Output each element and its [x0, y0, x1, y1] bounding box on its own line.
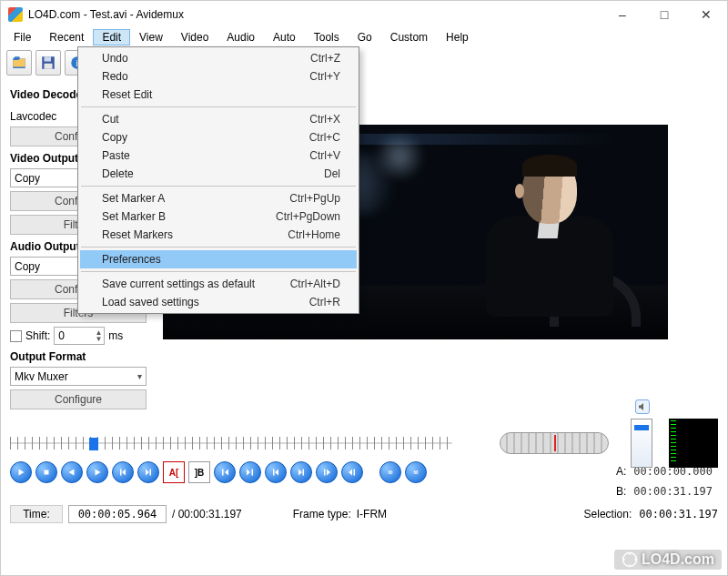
menu-view[interactable]: View	[130, 29, 172, 45]
audio-output-value: Copy	[15, 260, 40, 273]
volume-slider[interactable]	[631, 419, 652, 468]
prev-frame-button[interactable]	[61, 461, 83, 483]
close-button[interactable]: ✕	[685, 1, 727, 28]
menuitem-shortcut: Ctrl+Z	[310, 52, 340, 65]
output-format-configure-button[interactable]: Configure	[10, 389, 147, 409]
timeline-scrubber[interactable]	[10, 434, 452, 452]
menuitem-set-marker-b[interactable]: Set Marker BCtrl+PgDown	[80, 207, 357, 226]
menuitem-reset-edit[interactable]: Reset Edit	[80, 86, 357, 104]
menuitem-label: Set Marker B	[102, 210, 166, 223]
menuitem-paste[interactable]: PasteCtrl+V	[80, 147, 357, 165]
output-format-value: Mkv Muxer	[15, 370, 68, 383]
prev-keyframe-button[interactable]	[112, 461, 134, 483]
menu-help[interactable]: Help	[437, 29, 478, 45]
svg-rect-2	[45, 64, 53, 69]
menuitem-label: Delete	[102, 167, 134, 180]
menuitem-load-saved-settings[interactable]: Load saved settingsCtrl+R	[80, 293, 357, 311]
svg-rect-1	[45, 56, 52, 61]
titlebar: LO4D.com - Test.avi - Avidemux – □ ✕	[1, 1, 727, 28]
time-label: Time:	[10, 505, 63, 523]
stop-button[interactable]	[35, 461, 57, 483]
frametype-label: Frame type:	[293, 508, 351, 520]
menu-go[interactable]: Go	[349, 29, 381, 45]
menuitem-label: Set Marker A	[102, 192, 165, 205]
first-frame-button[interactable]	[316, 461, 338, 483]
menuitem-shortcut: Ctrl+Alt+D	[290, 278, 340, 290]
set-marker-b-button[interactable]: ]B	[188, 461, 210, 483]
menuitem-label: Cut	[102, 113, 119, 126]
menuitem-label: Copy	[102, 131, 127, 144]
menuitem-label: Paste	[102, 149, 130, 162]
fwd-minute-button[interactable]: 60	[405, 461, 427, 483]
menu-edit[interactable]: Edit	[93, 29, 130, 45]
prev-black-button[interactable]	[265, 461, 287, 483]
menubar: FileRecentEditViewVideoAudioAutoToolsGoC…	[1, 28, 727, 46]
menuitem-delete[interactable]: DeleteDel	[80, 165, 357, 183]
selection-value: 00:00:31.197	[639, 508, 718, 520]
shift-value: 0	[58, 329, 65, 342]
open-file-button[interactable]	[6, 50, 32, 76]
output-format-label: Output Format	[10, 350, 156, 363]
menu-custom[interactable]: Custom	[381, 29, 437, 45]
minimize-button[interactable]: –	[602, 1, 643, 28]
go-marker-b-button[interactable]	[239, 461, 261, 483]
maximize-button[interactable]: □	[643, 1, 685, 28]
shift-checkbox[interactable]	[10, 330, 22, 342]
timeline-playhead[interactable]	[89, 438, 98, 450]
menu-separator	[81, 186, 356, 187]
menuitem-label: Redo	[102, 70, 128, 83]
shift-unit: ms	[108, 329, 123, 342]
menuitem-shortcut: Ctrl+PgUp	[289, 192, 340, 205]
watermark: LO4D.com	[614, 550, 722, 570]
next-frame-button[interactable]	[86, 461, 108, 483]
go-marker-a-button[interactable]	[214, 461, 236, 483]
play-button[interactable]	[10, 461, 32, 483]
menuitem-shortcut: Ctrl+Home	[288, 228, 340, 241]
shift-spinbox[interactable]: 0 ▲▼	[54, 327, 105, 345]
menu-auto[interactable]: Auto	[264, 29, 305, 45]
svg-text:60: 60	[388, 470, 393, 475]
menuitem-shortcut: Ctrl+C	[309, 131, 340, 144]
last-frame-button[interactable]	[341, 461, 363, 483]
next-keyframe-button[interactable]	[137, 461, 159, 483]
menuitem-set-marker-a[interactable]: Set Marker ACtrl+PgUp	[80, 189, 357, 207]
menu-file[interactable]: File	[5, 29, 40, 45]
duration-label: / 00:00:31.197	[172, 508, 242, 520]
menuitem-shortcut: Ctrl+R	[309, 296, 340, 308]
menuitem-save-current-settings-as-default[interactable]: Save current settings as defaultCtrl+Alt…	[80, 275, 357, 293]
save-button[interactable]	[35, 50, 61, 76]
back-minute-button[interactable]: 60	[379, 461, 401, 483]
output-format-select[interactable]: Mkv Muxer	[10, 367, 147, 386]
menuitem-shortcut: Ctrl+PgDown	[276, 210, 340, 223]
menuitem-reset-markers[interactable]: Reset MarkersCtrl+Home	[80, 226, 357, 244]
menu-separator	[81, 247, 356, 248]
jog-wheel[interactable]	[500, 432, 609, 454]
menu-tools[interactable]: Tools	[305, 29, 349, 45]
next-black-button[interactable]	[290, 461, 312, 483]
menuitem-label: Undo	[102, 52, 128, 65]
speaker-icon[interactable]	[635, 399, 650, 414]
video-output-value: Copy	[15, 172, 40, 185]
menuitem-label: Save current settings as default	[102, 278, 255, 290]
menuitem-label: Preferences	[102, 253, 161, 266]
menuitem-copy[interactable]: CopyCtrl+C	[80, 128, 357, 147]
edit-menu-dropdown[interactable]: UndoCtrl+ZRedoCtrl+YReset EditCutCtrl+XC…	[77, 46, 359, 314]
menu-video[interactable]: Video	[172, 29, 217, 45]
menuitem-undo[interactable]: UndoCtrl+Z	[80, 49, 357, 67]
menuitem-redo[interactable]: RedoCtrl+Y	[80, 67, 357, 86]
menuitem-shortcut: Ctrl+V	[309, 149, 340, 162]
menuitem-shortcut: Ctrl+Y	[309, 70, 340, 83]
audio-meter	[669, 419, 718, 468]
menu-audio[interactable]: Audio	[217, 29, 264, 45]
menuitem-shortcut: Del	[324, 167, 340, 180]
menu-recent[interactable]: Recent	[40, 29, 93, 45]
marker-b-label: B:	[616, 485, 626, 498]
menuitem-cut[interactable]: CutCtrl+X	[80, 110, 357, 128]
set-marker-a-button[interactable]: A[	[163, 461, 185, 483]
menuitem-label: Reset Edit	[102, 88, 152, 101]
frametype-value: I-FRM	[357, 508, 387, 520]
menuitem-shortcut: Ctrl+X	[309, 113, 340, 126]
menuitem-label: Load saved settings	[102, 296, 199, 308]
time-input[interactable]: 00:00:05.964	[68, 505, 167, 523]
menuitem-preferences[interactable]: Preferences	[80, 250, 357, 268]
